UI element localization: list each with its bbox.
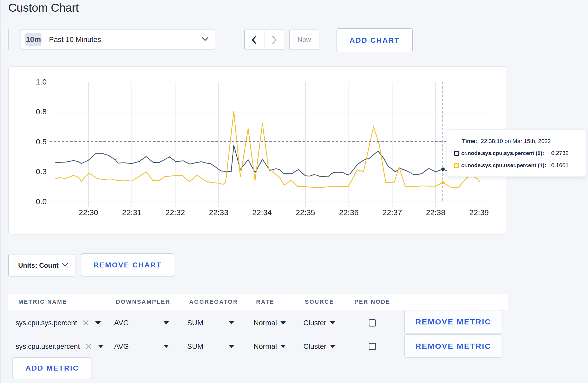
remove-metric-button[interactable]: REMOVE METRIC (404, 334, 502, 358)
chevron-down-icon (62, 263, 68, 268)
tooltip-time-value: 22:38:10 on Mar 15th, 2022 (481, 138, 551, 145)
series-1-legend-swatch (454, 163, 459, 168)
metric-name-select[interactable]: sys.cpu.sys.percent (16, 319, 101, 327)
chart-hover-tooltip: Time: 22:38:10 on Mar 15th, 2022 cr.node… (447, 129, 586, 177)
svg-text:0.8: 0.8 (36, 107, 47, 116)
col-header-metric-name: METRIC NAME (18, 299, 67, 305)
per-node-checkbox[interactable] (369, 319, 376, 327)
svg-text:22:33: 22:33 (209, 208, 228, 217)
col-header-downsampler: DOWNSAMPLER (116, 299, 170, 305)
time-window-dropdown[interactable]: 10m Past 10 Minutes (20, 30, 215, 49)
aggregator-value: SUM (187, 342, 203, 351)
time-window-label: Past 10 Minutes (49, 36, 101, 44)
add-metric-button[interactable]: ADD METRIC (12, 357, 92, 379)
svg-text:22:31: 22:31 (122, 208, 142, 217)
downsampler-value: AVG (114, 342, 129, 351)
prev-time-button[interactable] (245, 30, 264, 49)
source-select[interactable]: Cluster (303, 319, 335, 327)
caret-down-icon (163, 321, 169, 324)
caret-down-icon (330, 321, 335, 324)
svg-text:22:37: 22:37 (382, 208, 402, 217)
chevron-down-icon (202, 37, 208, 42)
caret-down-icon (98, 345, 104, 348)
metric-name-value: sys.cpu.sys.percent (16, 319, 77, 327)
tooltip-series-1-value: 0.1601 (551, 162, 569, 169)
aggregator-select[interactable]: SUM (187, 342, 234, 351)
line-chart[interactable]: 22:3022:3122:3222:3322:3422:3522:3622:37… (8, 66, 506, 235)
page-title: Custom Chart (8, 1, 79, 15)
col-header-per-node: PER NODE (354, 299, 390, 305)
tooltip-series-0-value: 0.2732 (551, 150, 569, 157)
tooltip-series-0-label: cr.node.sys.cpu.sys.percent (0): (461, 150, 544, 156)
remove-chart-button[interactable]: REMOVE CHART (81, 253, 174, 276)
per-node-checkbox[interactable] (369, 343, 376, 350)
svg-text:0.0: 0.0 (36, 197, 47, 206)
time-window-accent-bar (8, 29, 9, 50)
svg-text:0.3: 0.3 (36, 167, 47, 176)
svg-text:22:38: 22:38 (426, 208, 445, 217)
svg-text:22:35: 22:35 (296, 208, 315, 217)
next-time-button[interactable] (264, 30, 284, 49)
caret-down-icon (330, 345, 335, 348)
col-header-source: SOURCE (305, 299, 334, 305)
svg-text:22:36: 22:36 (339, 208, 359, 217)
caret-down-icon (95, 321, 101, 324)
tooltip-time-row: Time: 22:38:10 on Mar 15th, 2022 (447, 136, 586, 146)
tooltip-time-label: Time: (462, 138, 477, 145)
caret-down-icon (280, 345, 286, 348)
caret-down-icon (229, 321, 234, 324)
tooltip-series-row: cr.node.sys.cpu.user.percent (1): 0.1601 (447, 160, 586, 170)
rate-value: Normal (254, 319, 277, 327)
col-header-aggregator: AGGREGATOR (189, 299, 238, 305)
now-button[interactable]: Now (289, 30, 319, 50)
clear-metric-icon[interactable] (83, 320, 89, 326)
metric-row: sys.cpu.user.percent AVG SUM Normal Clus… (8, 335, 508, 358)
source-select[interactable]: Cluster (303, 342, 335, 351)
page-left-divider (0, 0, 1, 383)
tooltip-series-1-label: cr.node.sys.cpu.user.percent (1): (461, 162, 546, 168)
svg-text:1.0: 1.0 (36, 77, 47, 86)
svg-text:0.5: 0.5 (36, 137, 47, 146)
metrics-table-header: METRIC NAME DOWNSAMPLER AGGREGATOR RATE … (8, 294, 508, 310)
rate-value: Normal (254, 342, 277, 351)
metric-name-value: sys.cpu.user.percent (16, 342, 80, 350)
downsampler-select[interactable]: AVG (114, 319, 169, 327)
caret-down-icon (280, 321, 286, 324)
svg-text:22:32: 22:32 (165, 208, 185, 217)
chart-panel: 22:3022:3122:3222:3322:3422:3522:3622:37… (8, 66, 506, 235)
remove-metric-button[interactable]: REMOVE METRIC (404, 310, 502, 334)
chevron-left-icon (251, 35, 258, 45)
clear-metric-icon[interactable] (86, 343, 92, 350)
source-value: Cluster (303, 342, 326, 351)
caret-down-icon (163, 345, 169, 348)
tooltip-series-row: cr.node.sys.cpu.sys.percent (0): 0.2732 (447, 148, 586, 158)
caret-down-icon (229, 345, 234, 348)
chevron-right-icon (270, 35, 278, 45)
svg-text:22:39: 22:39 (469, 208, 489, 217)
svg-text:22:34: 22:34 (252, 208, 272, 217)
downsampler-value: AVG (114, 319, 129, 327)
units-dropdown[interactable]: Units: Count (8, 254, 75, 276)
aggregator-value: SUM (187, 319, 203, 327)
rate-select[interactable]: Normal (254, 319, 286, 327)
rate-select[interactable]: Normal (254, 342, 286, 351)
svg-text:22:30: 22:30 (79, 208, 98, 217)
time-window-badge: 10m (25, 33, 41, 46)
metric-row: sys.cpu.sys.percent AVG SUM Normal Clust… (8, 311, 508, 335)
col-header-rate: RATE (256, 299, 274, 305)
source-value: Cluster (303, 319, 326, 327)
downsampler-select[interactable]: AVG (114, 342, 169, 351)
units-dropdown-label: Units: Count (18, 261, 59, 269)
aggregator-select[interactable]: SUM (187, 319, 234, 327)
series-0-legend-swatch (454, 151, 459, 156)
time-window-arrows (244, 30, 284, 50)
metric-name-select[interactable]: sys.cpu.user.percent (16, 342, 104, 350)
add-chart-button[interactable]: ADD CHART (337, 28, 413, 52)
